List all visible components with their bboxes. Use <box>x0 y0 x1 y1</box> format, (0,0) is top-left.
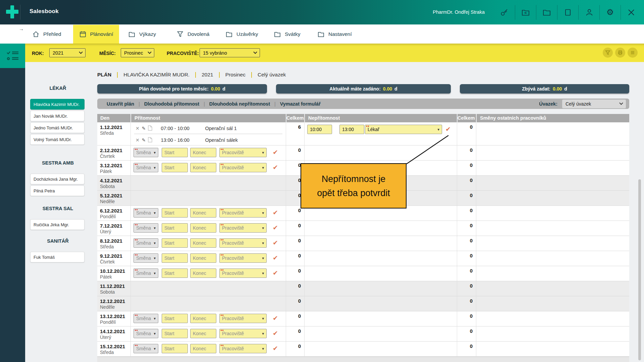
vertical-scrollbar[interactable] <box>638 179 641 360</box>
folder-icon[interactable] <box>540 6 553 19</box>
konec-input[interactable] <box>190 268 216 278</box>
tab-nastaveni[interactable]: Nastavení <box>313 24 357 44</box>
key-icon[interactable] <box>498 6 511 19</box>
konec-input[interactable] <box>190 163 216 172</box>
sidebar-item-voln-tom-mudr-[interactable]: Volný Tomáš MUDr. <box>30 134 85 145</box>
konec-input[interactable] <box>190 148 216 157</box>
smena-select[interactable]: Směna▾ <box>133 238 158 248</box>
konec-input[interactable] <box>190 314 216 323</box>
confirm-check-icon[interactable]: ✔ <box>273 329 278 338</box>
sidebar-item-fuk-tom-[interactable]: Fuk Tomáš <box>30 252 85 262</box>
pracoviste-select[interactable]: Pracoviště▾ <box>219 208 267 218</box>
filter-icon <box>605 50 610 55</box>
row-day: Úterý <box>100 335 128 340</box>
toolbar-action-dlouhodob-nep-tomnost[interactable]: Dlouhodobá nepřítomnost <box>209 101 270 107</box>
folder-n-icon[interactable]: N <box>519 6 532 19</box>
edit-icon[interactable]: ✎ <box>142 126 146 131</box>
copy-icon[interactable] <box>148 137 152 143</box>
toolbar-action-uzav-t-pl-n[interactable]: Uzavřít plán <box>107 101 134 107</box>
confirm-check-icon[interactable]: ✔ <box>273 223 278 233</box>
confirm-check-icon[interactable]: ✔ <box>273 268 278 278</box>
rok-select[interactable]: 2021 <box>49 48 86 57</box>
sidebar-item-hlavi-ka-kazim-r-mudr-[interactable]: Hlavička Kazimír MUDr. <box>30 99 85 110</box>
delete-icon[interactable]: ✕ <box>136 126 140 131</box>
uvazek-select[interactable]: Celý úvazek <box>562 100 626 108</box>
nav-arrow-icon[interactable]: → <box>19 26 24 32</box>
konec-input[interactable] <box>190 344 216 353</box>
confirm-check-icon[interactable]: ✔ <box>273 148 278 157</box>
smena-select[interactable]: Směna▾ <box>133 223 158 233</box>
delete-icon[interactable]: ✕ <box>136 138 140 142</box>
tab-prehled[interactable]: Přehled <box>28 24 66 44</box>
confirm-check-icon[interactable]: ✔ <box>273 344 278 353</box>
start-input[interactable] <box>162 223 188 233</box>
start-input[interactable] <box>162 163 188 172</box>
sidebar-item-ru-i-ka-jirka-mgr-[interactable]: Ručička Jirka Mgr. <box>30 219 85 230</box>
smena-select[interactable]: Směna▾ <box>133 314 158 323</box>
pracoviste-select[interactable]: Pracoviště▾ <box>219 223 267 233</box>
konec-input[interactable] <box>190 253 216 263</box>
start-input[interactable] <box>162 238 188 248</box>
start-input[interactable] <box>162 253 188 263</box>
pracoviste-select[interactable]: 15 vybráno <box>200 48 260 57</box>
sidebar-item-piln-petra[interactable]: Pilná Petra <box>30 185 85 196</box>
pracoviste-select[interactable]: Pracoviště▾ <box>219 268 267 278</box>
konec-input[interactable] <box>190 238 216 248</box>
toolbar-action-dlouhodob-p-tomnost[interactable]: Dlouhodobá přítomnost <box>144 101 199 107</box>
confirm-check-icon[interactable]: ✔ <box>273 238 278 248</box>
horizontal-scrollbar[interactable] <box>97 357 629 362</box>
pracoviste-select[interactable]: Pracoviště▾ <box>219 253 267 263</box>
tab-planovani[interactable]: Plánování <box>73 25 119 44</box>
confirm-check-icon[interactable]: ✔ <box>273 253 278 263</box>
smena-select[interactable]: Směna▾ <box>133 329 158 338</box>
absence-type-select[interactable]: Lékař▾ <box>365 125 442 134</box>
start-input[interactable] <box>162 148 188 157</box>
pracoviste-select[interactable]: Pracoviště▾ <box>219 163 267 172</box>
print-button[interactable] <box>615 48 625 58</box>
filter-button[interactable] <box>603 48 613 58</box>
checklist-button[interactable] <box>0 44 25 68</box>
konec-input[interactable] <box>190 329 216 338</box>
sidebar-item-jan-nov-k-mudr-[interactable]: Jan Novák MUDr. <box>30 111 85 121</box>
window-icon[interactable] <box>561 6 575 19</box>
confirm-check-icon[interactable]: ✔ <box>273 208 278 218</box>
user-icon[interactable] <box>582 6 596 19</box>
pracoviste-select[interactable]: Pracoviště▾ <box>219 238 267 248</box>
confirm-check-icon[interactable]: ✔ <box>445 125 451 134</box>
absence-from-input[interactable] <box>307 125 332 134</box>
smena-select[interactable]: Směna▾ <box>133 344 158 353</box>
sidebar-item-doch-zkov-jana-mgr-[interactable]: Docházková Jana Mgr. <box>30 174 85 184</box>
pracoviste-select[interactable]: Pracoviště▾ <box>219 148 267 157</box>
start-input[interactable] <box>162 268 188 278</box>
plan-toolbar: Uzavřít plán|Dlouhodobá přítomnost|Dlouh… <box>97 99 629 109</box>
pracoviste-select[interactable]: Pracoviště▾ <box>219 344 267 353</box>
sidebar-item-jedno-tom-mudr-[interactable]: Jedno Tomáš MUDr. <box>30 122 85 133</box>
smena-select[interactable]: Směna▾ <box>133 208 158 218</box>
tab-svatky[interactable]: Svátky <box>269 24 305 44</box>
konec-input[interactable] <box>190 223 216 233</box>
gear-icon[interactable]: ⚙ <box>603 6 617 19</box>
confirm-check-icon[interactable]: ✔ <box>273 163 278 172</box>
start-input[interactable] <box>162 329 188 338</box>
tab-uzaverky[interactable]: Uzávěrky <box>221 24 263 44</box>
pracoviste-select[interactable]: Pracoviště▾ <box>219 314 267 323</box>
pracoviste-select[interactable]: Pracoviště▾ <box>219 329 267 338</box>
confirm-check-icon[interactable]: ✔ <box>273 314 278 323</box>
start-input[interactable] <box>162 344 188 353</box>
close-icon[interactable] <box>625 6 638 19</box>
menu-button[interactable] <box>628 48 638 58</box>
edit-icon[interactable]: ✎ <box>142 138 146 142</box>
smena-select[interactable]: Směna▾ <box>133 163 158 172</box>
start-input[interactable] <box>162 208 188 218</box>
toolbar-action-vymazat-formul-[interactable]: Vymazat formulář <box>280 101 321 107</box>
smena-select[interactable]: Směna▾ <box>133 253 158 263</box>
mesic-select[interactable]: Prosinec <box>121 48 154 57</box>
absence-to-input[interactable] <box>339 125 364 134</box>
smena-select[interactable]: Směna▾ <box>133 148 158 157</box>
tab-dovolena[interactable]: Dovolená <box>172 24 214 44</box>
copy-icon[interactable] <box>148 125 152 132</box>
konec-input[interactable] <box>190 208 216 218</box>
start-input[interactable] <box>162 314 188 323</box>
smena-select[interactable]: Směna▾ <box>133 268 158 278</box>
tab-vykazy[interactable]: Výkazy <box>123 24 161 44</box>
